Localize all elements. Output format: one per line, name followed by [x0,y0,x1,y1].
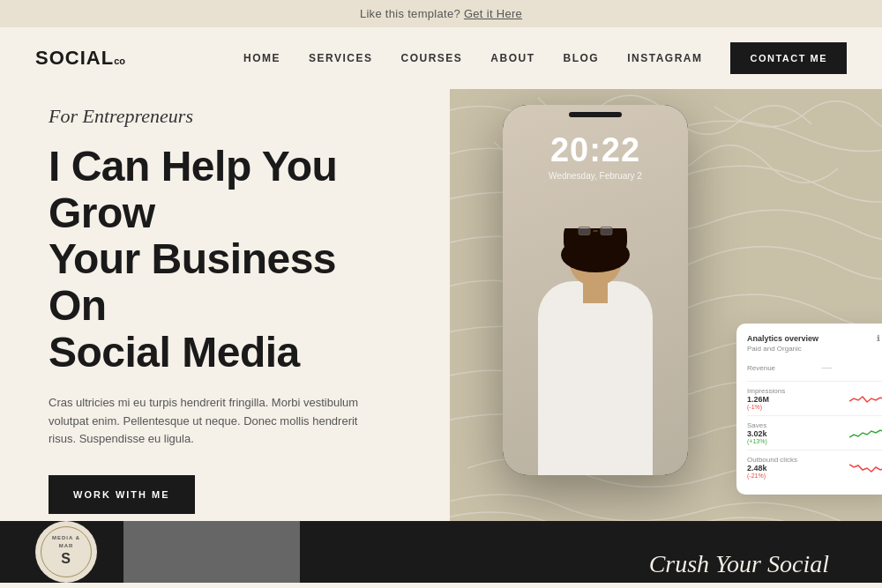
nav-home[interactable]: HOME [243,52,280,64]
phone-person-area [503,228,688,475]
outbound-info: Outbound clicks 2.48k (-21%) [747,456,849,479]
media-badge: MEDIA &MARS [35,521,97,583]
saves-value: 3.02k [747,429,849,438]
analytics-row-outbound: Outbound clicks 2.48k (-21%) [747,456,882,484]
phone-time: 20:22 [503,131,688,169]
crush-text: Crush Your Social [649,550,829,577]
analytics-title-text: Analytics overview [747,334,818,343]
impressions-sparkline [849,391,882,406]
nav-courses[interactable]: COURSES [401,52,463,64]
bottom-image [123,521,300,583]
analytics-row-saves: Saves 3.02k (+13%) [747,421,882,450]
analytics-row-impressions: Impressions 1.26M (-1%) [747,387,882,416]
saves-change: (+13%) [747,438,849,444]
saves-info: Saves 3.02k (+13%) [747,421,849,444]
hero-subtitle: For Entrepreneurs [49,105,401,128]
hero-title-line1: I Can Help You Grow [49,143,337,236]
impressions-label: Impressions [747,387,804,395]
logo-main: SOCIAL [35,47,114,70]
hero-right: 20:22 Wednesday, February 2 [450,89,882,521]
banner-text: Like this template? [360,7,464,20]
phone-time-display: 20:22 Wednesday, February 2 [503,131,688,181]
phone-mockup: 20:22 Wednesday, February 2 [503,105,688,475]
outbound-sparkline [849,459,882,475]
hero-title-line2: Your Business On [49,235,336,329]
saves-label: Saves [747,421,804,429]
outbound-value: 2.48k [747,464,849,473]
analytics-row-revenue: Revenue — [747,360,882,382]
hero-left: For Entrepreneurs I Can Help You Grow Yo… [0,89,450,521]
top-banner: Like this template? Get it Here [0,0,882,27]
work-with-me-button[interactable]: WORK WITH ME [49,475,195,514]
revenue-label: Revenue [747,364,804,372]
analytics-icons: ℹ ⬡ [877,334,882,343]
hero-description: Cras ultricies mi eu turpis hendrerit fr… [49,394,375,449]
phone-date: Wednesday, February 2 [503,171,688,181]
badge-inner: MEDIA &MARS [41,526,92,577]
impressions-change: (-1%) [747,404,849,410]
nav-blog[interactable]: BLOG [564,52,600,64]
revenue-value: — [822,361,833,374]
outbound-change: (-21%) [747,473,849,479]
analytics-title: Analytics overview ℹ ⬡ [747,334,882,343]
phone-screen: 20:22 Wednesday, February 2 [503,105,688,475]
person-figure [529,228,662,475]
bottom-section: MEDIA &MARS Crush Your Social [0,521,882,583]
crush-text-area: Crush Your Social [649,550,829,578]
logo-sup: co [114,56,125,66]
badge-text: MEDIA &MARS [52,534,80,569]
glasses [579,227,613,235]
nav-instagram[interactable]: INSTAGRAM [627,52,702,64]
impressions-value: 1.26M [747,395,849,404]
hero-title: I Can Help You Grow Your Business On Soc… [49,144,401,376]
hero-section: For Entrepreneurs I Can Help You Grow Yo… [0,89,882,521]
nav-about[interactable]: ABOUT [490,52,534,64]
logo[interactable]: SOCIALco [35,47,125,70]
header: SOCIALco HOME SERVICES COURSES ABOUT BLO… [0,27,882,89]
contact-button[interactable]: CONTACT ME [730,42,847,74]
impressions-info: Impressions 1.26M (-1%) [747,387,849,410]
banner-link[interactable]: Get it Here [464,7,522,20]
revenue-sparkline [849,360,882,376]
nav-services[interactable]: SERVICES [309,52,372,64]
saves-sparkline [849,425,882,441]
outbound-label: Outbound clicks [747,456,804,464]
main-nav: HOME SERVICES COURSES ABOUT BLOG INSTAGR… [243,42,847,74]
analytics-subtitle: Paid and Organic [747,345,882,353]
analytics-card: Analytics overview ℹ ⬡ Paid and Organic … [736,324,882,495]
hero-title-line3: Social Media [49,329,300,376]
